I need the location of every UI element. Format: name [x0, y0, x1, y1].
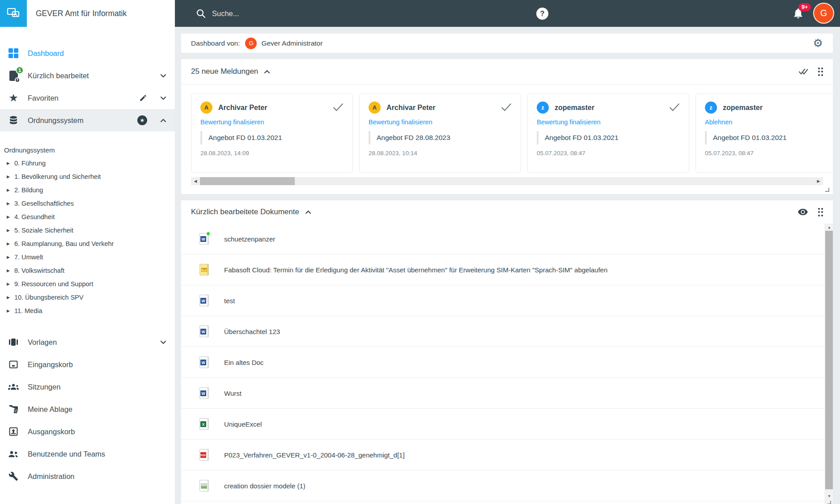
vertical-scrollbar-thumb[interactable]: [825, 231, 833, 489]
email-file-icon: [199, 264, 209, 275]
notification-card[interactable]: z zopemaster Bewertung finalisieren Ange…: [527, 93, 689, 173]
document-row[interactable]: W Ein altes Doc: [181, 347, 833, 378]
recent-documents-header: Kürzlich bearbeitete Dokumente: [181, 200, 833, 224]
tree-node[interactable]: ▶11. Media: [0, 304, 175, 318]
card-action-link[interactable]: Bewertung finalisieren: [537, 119, 680, 126]
user-avatar[interactable]: G: [813, 3, 834, 24]
document-row[interactable]: creation dossier modele (1): [181, 470, 833, 501]
sidebar-item-favorites[interactable]: ★ Favoriten: [0, 87, 175, 109]
sidebar-item-filing-system[interactable]: Ordnungssystem ★: [0, 109, 175, 131]
scroll-down-arrow-icon[interactable]: ▼: [825, 492, 833, 500]
mark-all-read-doublecheck-icon[interactable]: [798, 68, 808, 75]
tree-root-ordnungssystem[interactable]: Ordnungssystem: [0, 143, 175, 157]
database-icon: [7, 114, 20, 127]
groups-icon: [7, 381, 20, 393]
settings-gear-icon[interactable]: ⚙: [813, 38, 823, 49]
collapse-chevron-up-icon[interactable]: [263, 68, 271, 75]
notifications-widget: 25 neue Meldungen A Archivar Peter: [181, 59, 833, 194]
sidebar-item-templates[interactable]: Vorlagen: [0, 331, 175, 353]
vertical-scrollbar[interactable]: ▲ ▼: [825, 224, 833, 504]
widget-resize-handle[interactable]: [825, 188, 829, 192]
sidebar-item-meetings[interactable]: Sitzungen: [0, 376, 175, 398]
document-row[interactable]: W schuetzenpanzer: [181, 224, 833, 254]
document-row[interactable]: W Überschachtel 123: [181, 316, 833, 347]
sidebar-item-recently-edited[interactable]: 1 Kürzlich bearbeitet: [0, 64, 175, 87]
expand-triangle-icon[interactable]: ▶: [7, 188, 10, 192]
document-row[interactable]: X UniqueExcel: [181, 409, 833, 440]
expand-triangle-icon[interactable]: ▶: [7, 241, 10, 246]
card-subject: Angebot FD 01.03.2021: [705, 131, 833, 144]
scroll-up-arrow-icon[interactable]: ▲: [825, 224, 833, 231]
document-row[interactable]: W Wurst: [181, 378, 833, 409]
tree-node[interactable]: ▶6. Raumplanung, Bau und Verkehr: [0, 237, 175, 250]
word-file-icon: W: [199, 356, 209, 368]
document-name: UniqueExcel: [224, 420, 262, 428]
check-icon[interactable]: [501, 103, 512, 112]
expand-triangle-icon[interactable]: ▶: [7, 174, 10, 179]
sidebar-item-administration[interactable]: Administration: [0, 465, 175, 487]
tree-node[interactable]: ▶4. Gesundheit: [0, 210, 175, 224]
recent-count-badge: 1: [16, 66, 24, 74]
expand-triangle-icon[interactable]: ▶: [7, 201, 10, 206]
notification-card[interactable]: A Archivar Peter Bewertung finalisieren …: [359, 93, 521, 173]
tree-node[interactable]: ▶10. Übungsbereich SPV: [0, 291, 175, 304]
document-row[interactable]: W test: [181, 285, 833, 316]
widget-drag-handle-icon[interactable]: [818, 68, 823, 76]
dashboard-owner-name: Gever Administrator: [261, 39, 813, 47]
tree-node[interactable]: ▶8. Volkswirtschaft: [0, 264, 175, 277]
chevron-down-icon[interactable]: [160, 72, 167, 79]
sidebar-item-label: Ordnungssystem: [28, 116, 137, 125]
notification-card[interactable]: A Archivar Peter Bewertung finalisieren …: [191, 93, 353, 173]
tree-node[interactable]: ▶7. Umwelt: [0, 250, 175, 264]
notification-card[interactable]: z zopemaster Ablehnen Angebot FD 01.03.2…: [696, 93, 833, 173]
expand-triangle-icon[interactable]: ▶: [7, 228, 10, 233]
document-row[interactable]: PDF P023_Verfahren_GEVER_v1-0_2004-06-28…: [181, 440, 833, 470]
check-icon[interactable]: [333, 103, 344, 112]
expand-triangle-icon[interactable]: ▶: [7, 161, 10, 165]
window-resize-handle[interactable]: [827, 501, 831, 504]
chevron-down-icon[interactable]: [160, 339, 167, 346]
horizontal-scrollbar[interactable]: ◀ ▶: [191, 177, 823, 185]
card-action-link[interactable]: Bewertung finalisieren: [369, 119, 512, 126]
search-input[interactable]: [212, 9, 462, 18]
help-icon[interactable]: ?: [536, 8, 548, 20]
chevron-down-icon[interactable]: [160, 94, 167, 102]
sidebar-item-users-teams[interactable]: Benutzende und Teams: [0, 443, 175, 465]
sidebar-item-outbox[interactable]: Ausgangskorb: [0, 420, 175, 443]
expand-triangle-icon[interactable]: ▶: [7, 295, 10, 300]
tree-node[interactable]: ▶5. Soziale Sicherheit: [0, 224, 175, 237]
notifications-widget-header: 25 neue Meldungen: [181, 59, 833, 84]
two-people-icon: [7, 448, 20, 460]
collapse-chevron-up-icon[interactable]: [305, 208, 312, 216]
visibility-eye-icon[interactable]: [798, 207, 808, 217]
sidebar-item-dashboard[interactable]: Dashboard: [0, 42, 175, 64]
favorite-star-badge-icon[interactable]: ★: [137, 115, 147, 125]
edit-pencil-icon[interactable]: [139, 94, 147, 102]
notifications-bell[interactable]: 9+: [792, 7, 804, 19]
sidebar-item-inbox[interactable]: Eingangskorb: [0, 353, 175, 376]
inbox-icon: [7, 358, 20, 371]
sidebar-item-my-files[interactable]: Meine Ablage: [0, 398, 175, 420]
expand-triangle-icon[interactable]: ▶: [7, 268, 10, 273]
scroll-left-arrow-icon[interactable]: ◀: [192, 177, 199, 185]
card-action-link[interactable]: Ablehnen: [705, 119, 833, 126]
check-icon[interactable]: [669, 103, 680, 112]
expand-triangle-icon[interactable]: ▶: [7, 255, 10, 259]
tree-node[interactable]: ▶0. Führung: [0, 157, 175, 170]
tree-node[interactable]: ▶9. Ressourcen und Support: [0, 277, 175, 291]
expand-triangle-icon[interactable]: ▶: [7, 282, 10, 286]
app-logo[interactable]: [0, 0, 27, 27]
widget-drag-handle-icon[interactable]: [818, 208, 823, 216]
card-action-link[interactable]: Bewertung finalisieren: [200, 119, 344, 126]
tree-node[interactable]: ▶2. Bildung: [0, 183, 175, 197]
avatar: z: [705, 102, 717, 114]
expand-triangle-icon[interactable]: ▶: [7, 309, 10, 313]
horizontal-scrollbar-thumb[interactable]: [200, 177, 295, 185]
expand-triangle-icon[interactable]: ▶: [7, 215, 10, 219]
card-user-name: Archivar Peter: [218, 104, 267, 112]
scroll-right-arrow-icon[interactable]: ▶: [815, 177, 822, 185]
tree-node[interactable]: ▶3. Gesellschaftliches: [0, 197, 175, 210]
chevron-up-icon[interactable]: [160, 117, 167, 124]
document-row[interactable]: Fabasoft Cloud: Termin für die Erledigun…: [181, 254, 833, 285]
tree-node[interactable]: ▶1. Bevölkerung und Sicherheit: [0, 170, 175, 183]
